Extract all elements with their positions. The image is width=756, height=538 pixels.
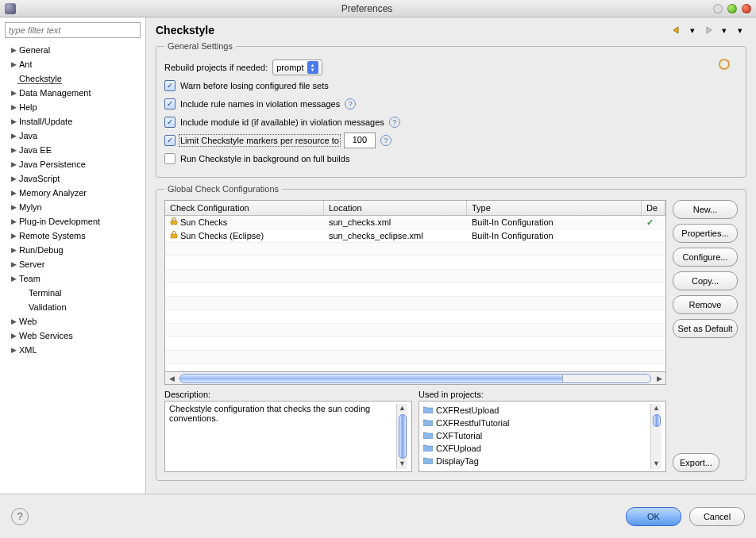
expand-arrow-icon[interactable]: ▶ [10, 203, 17, 211]
table-horizontal-scrollbar[interactable]: ◀ ▶ [164, 372, 666, 385]
config-location: sun_checks_eclipse.xml [324, 231, 467, 240]
expand-arrow-icon[interactable]: ▶ [10, 346, 17, 354]
column-header-type[interactable]: Type [467, 201, 642, 215]
column-header-default[interactable]: De [642, 201, 665, 215]
nav-forward-menu[interactable]: ▾ [718, 24, 731, 37]
help-icon[interactable]: ? [380, 135, 392, 146]
table-row[interactable]: Sun Checkssun_checks.xmlBuilt-In Configu… [165, 216, 665, 229]
tree-item-server[interactable]: ▶Server [5, 257, 141, 271]
tree-item-label: Run/Debug [17, 245, 64, 255]
rebuild-select[interactable]: prompt ▲▼ [272, 60, 322, 75]
expand-arrow-icon[interactable]: ▶ [10, 175, 17, 183]
tree-item-ant[interactable]: ▶Ant [5, 57, 141, 71]
module-id-checkbox[interactable]: ✓ [164, 117, 176, 128]
tree-item-team[interactable]: ▶Team [5, 271, 141, 286]
tree-item-general[interactable]: ▶General [5, 43, 141, 57]
nav-back-button[interactable] [670, 24, 683, 37]
expand-arrow-icon[interactable]: ▶ [10, 46, 17, 54]
tree-item-help[interactable]: ▶Help [5, 100, 141, 114]
window-close-button[interactable] [742, 4, 751, 13]
table-row[interactable]: Sun Checks (Eclipse)sun_checks_eclipse.x… [165, 229, 665, 243]
cancel-button[interactable]: Cancel [689, 507, 745, 526]
description-text: Checkstyle configuration that checks the… [164, 401, 412, 472]
remove-button[interactable]: Remove [673, 295, 738, 314]
scroll-right-icon[interactable]: ▶ [653, 375, 665, 382]
rule-names-checkbox[interactable]: ✓ [164, 98, 176, 110]
projects-list[interactable]: CXFRestUploadCXFRestfulTutorialCXFTutori… [418, 401, 666, 472]
help-icon[interactable]: ? [345, 98, 356, 110]
nav-back-menu[interactable]: ▾ [686, 24, 699, 37]
window-maximize-button[interactable] [727, 4, 737, 13]
configs-table[interactable]: Check Configuration Location Type De Sun… [164, 200, 666, 372]
expand-arrow-icon[interactable]: ▶ [10, 146, 17, 154]
description-label: Description: [164, 390, 412, 399]
expand-arrow-icon[interactable]: ▶ [10, 246, 17, 254]
tree-item-web-services[interactable]: ▶Web Services [5, 329, 141, 343]
expand-arrow-icon[interactable]: ▶ [10, 260, 17, 268]
tree-item-java-persistence[interactable]: ▶Java Persistence [5, 157, 141, 171]
tree-item-label: XML [17, 345, 37, 355]
column-header-name[interactable]: Check Configuration [165, 201, 324, 215]
projects-scrollbar[interactable]: ▲▼ [650, 404, 662, 469]
tree-item-plug-in-development[interactable]: ▶Plug-in Development [5, 214, 141, 229]
expand-arrow-icon[interactable]: ▶ [10, 117, 17, 125]
tree-item-checkstyle[interactable]: ▶Checkstyle [5, 71, 141, 86]
view-menu-button[interactable]: ▾ [734, 24, 746, 37]
copy-button[interactable]: Copy... [673, 271, 738, 290]
background-label: Run Checkstyle in background on full bui… [180, 154, 349, 163]
tree-item-javascript[interactable]: ▶JavaScript [5, 171, 141, 186]
properties-button[interactable]: Properties... [673, 224, 738, 243]
expand-arrow-icon[interactable]: ▶ [10, 103, 17, 111]
project-item[interactable]: CXFTutorial [423, 429, 650, 442]
description-scrollbar[interactable]: ▲▼ [396, 404, 407, 469]
tree-item-run-debug[interactable]: ▶Run/Debug [5, 243, 141, 257]
project-item[interactable]: CXFUpload [423, 442, 650, 455]
description-content: Checkstyle configuration that checks the… [169, 404, 396, 469]
config-location: sun_checks.xml [324, 217, 467, 227]
tree-item-web[interactable]: ▶Web [5, 314, 141, 329]
project-item[interactable]: DisplayTag [423, 455, 650, 467]
tree-item-validation[interactable]: ▶Validation [5, 300, 141, 314]
window-minimize-button[interactable] [713, 4, 723, 13]
help-icon[interactable]: ? [389, 117, 400, 128]
expand-arrow-icon[interactable]: ▶ [10, 217, 17, 225]
tree-item-install-update[interactable]: ▶Install/Update [5, 114, 141, 129]
dialog-footer: ? OK Cancel [0, 494, 756, 538]
new-button[interactable]: New... [673, 200, 738, 219]
limit-checkbox[interactable]: ✓ [164, 135, 176, 146]
project-item[interactable]: CXFRestfulTutorial [423, 417, 650, 429]
help-button[interactable]: ? [11, 508, 29, 525]
tree-item-remote-systems[interactable]: ▶Remote Systems [5, 229, 141, 243]
expand-arrow-icon[interactable]: ▶ [10, 160, 17, 168]
column-header-location[interactable]: Location [324, 201, 467, 215]
nav-forward-button[interactable] [702, 24, 715, 37]
configure-button[interactable]: Configure... [673, 248, 738, 267]
tree-item-data-management[interactable]: ▶Data Management [5, 86, 141, 100]
expand-arrow-icon[interactable]: ▶ [10, 317, 17, 325]
filter-input[interactable] [5, 22, 141, 38]
tree-item-java[interactable]: ▶Java [5, 129, 141, 143]
expand-arrow-icon[interactable]: ▶ [10, 189, 17, 197]
tree-item-label: Java [17, 131, 37, 140]
limit-input[interactable]: 100 [344, 133, 376, 148]
tree-item-java-ee[interactable]: ▶Java EE [5, 143, 141, 157]
tree-item-memory-analyzer[interactable]: ▶Memory Analyzer [5, 186, 141, 200]
tree-item-xml[interactable]: ▶XML [5, 343, 141, 357]
background-checkbox[interactable]: ✓ [164, 153, 176, 164]
warn-checkbox[interactable]: ✓ [164, 80, 176, 91]
expand-arrow-icon[interactable]: ▶ [10, 132, 17, 140]
refresh-icon[interactable] [717, 57, 731, 71]
expand-arrow-icon[interactable]: ▶ [10, 275, 17, 282]
expand-arrow-icon[interactable]: ▶ [10, 60, 17, 68]
tree-item-terminal[interactable]: ▶Terminal [5, 286, 141, 300]
export-button[interactable]: Export... [673, 453, 719, 472]
expand-arrow-icon[interactable]: ▶ [10, 332, 17, 340]
expand-arrow-icon[interactable]: ▶ [10, 89, 17, 97]
set-default-button[interactable]: Set as Default [673, 319, 738, 338]
ok-button[interactable]: OK [626, 507, 681, 526]
tree-item-label: Help [17, 102, 37, 112]
tree-item-mylyn[interactable]: ▶Mylyn [5, 200, 141, 214]
scroll-left-icon[interactable]: ◀ [165, 375, 178, 382]
expand-arrow-icon[interactable]: ▶ [10, 232, 17, 240]
project-item[interactable]: CXFRestUpload [423, 404, 650, 417]
